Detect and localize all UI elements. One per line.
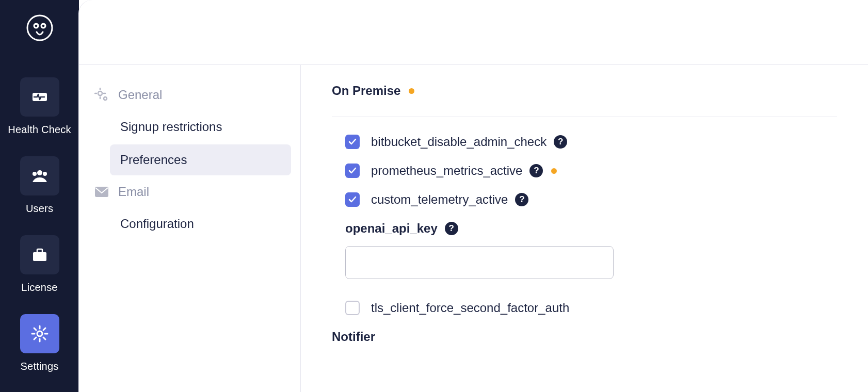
subnav-link-signup[interactable]: Signup restrictions <box>110 111 291 142</box>
svg-point-6 <box>37 170 42 175</box>
help-icon[interactable]: ? <box>515 193 528 206</box>
health-icon <box>20 77 59 117</box>
svg-point-4 <box>42 25 44 27</box>
svg-line-19 <box>43 328 45 330</box>
check-icon <box>348 137 357 146</box>
subnav-link-label: Preferences <box>120 153 187 167</box>
section-onpremise-header: On Premise <box>332 84 837 117</box>
svg-rect-10 <box>37 249 42 253</box>
topbar <box>79 0 868 65</box>
settings-subnav: General Signup restrictions Preferences … <box>79 65 301 392</box>
field-label-text: openai_api_key <box>345 221 438 236</box>
field-label-openai: openai_api_key ? <box>345 221 868 236</box>
svg-line-16 <box>34 328 36 330</box>
subnav-link-label: Signup restrictions <box>120 120 222 134</box>
checkbox-telemetry[interactable] <box>345 192 360 207</box>
checkbox-row-prometheus: prometheus_metrics_active ? <box>345 164 868 178</box>
checkbox-row-bitbucket: bitbucket_disable_admin_check ? <box>345 135 868 149</box>
svg-rect-9 <box>33 252 46 261</box>
svg-rect-26 <box>95 187 108 197</box>
svg-point-3 <box>35 25 37 27</box>
svg-point-7 <box>33 172 37 176</box>
briefcase-icon <box>20 235 59 274</box>
mail-icon <box>94 186 109 198</box>
check-icon <box>348 195 357 204</box>
section-title: Notifier <box>332 330 375 344</box>
section-title: On Premise <box>332 84 400 98</box>
content: General Signup restrictions Preferences … <box>79 65 868 392</box>
gear-small-icon <box>94 88 109 102</box>
checkbox-label: prometheus_metrics_active <box>371 164 522 178</box>
svg-point-0 <box>27 15 52 40</box>
subnav-section-email: Email <box>79 177 300 206</box>
subnav-section-general: General <box>79 80 300 109</box>
svg-point-20 <box>98 91 102 95</box>
users-icon <box>20 156 59 195</box>
subnav-link-preferences[interactable]: Preferences <box>110 144 291 175</box>
nav-item-settings[interactable]: Settings <box>20 314 59 372</box>
svg-point-11 <box>37 331 42 336</box>
subnav-section-label: Email <box>118 185 149 199</box>
checkbox-label: bitbucket_disable_admin_check <box>371 135 546 149</box>
gear-icon <box>20 314 59 353</box>
nav-item-label: Users <box>26 203 53 215</box>
subnav-link-configuration[interactable]: Configuration <box>110 208 291 239</box>
nav-item-health[interactable]: Health Check <box>8 77 71 136</box>
checkbox-tls[interactable] <box>345 301 360 315</box>
svg-point-25 <box>104 97 107 100</box>
modified-dot-icon <box>551 168 557 174</box>
main-area: General Signup restrictions Preferences … <box>79 0 868 392</box>
nav-item-users[interactable]: Users <box>20 156 59 215</box>
help-icon[interactable]: ? <box>554 135 567 149</box>
nav-item-label: Settings <box>21 361 59 372</box>
checkbox-prometheus[interactable] <box>345 164 360 178</box>
help-icon[interactable]: ? <box>529 164 543 177</box>
check-icon <box>348 166 357 175</box>
subnav-link-label: Configuration <box>120 217 194 231</box>
nav-item-label: License <box>21 282 57 293</box>
checkbox-label: custom_telemetry_active <box>371 192 508 207</box>
nav-rail: Health Check Users License Settings <box>0 0 79 392</box>
modified-dot-icon <box>409 88 414 94</box>
onpremise-fields: bitbucket_disable_admin_check ? promethe… <box>332 117 868 315</box>
section-notifier-header: Notifier <box>332 330 837 344</box>
help-icon[interactable]: ? <box>445 222 458 235</box>
svg-line-18 <box>34 337 36 339</box>
checkbox-bitbucket[interactable] <box>345 135 360 149</box>
checkbox-label: tls_client_force_second_factor_auth <box>371 301 569 315</box>
owl-logo-icon <box>26 14 53 41</box>
nav-item-label: Health Check <box>8 124 71 136</box>
openai-api-key-input[interactable] <box>345 246 614 279</box>
subnav-section-label: General <box>118 88 162 102</box>
svg-line-17 <box>43 337 45 339</box>
checkbox-row-telemetry: custom_telemetry_active ? <box>345 192 868 207</box>
preferences-pane: On Premise bitbucket_disable_admin_check… <box>301 65 868 392</box>
svg-point-8 <box>43 172 47 176</box>
nav-item-license[interactable]: License <box>20 235 59 293</box>
checkbox-row-tls: tls_client_force_second_factor_auth <box>345 301 868 315</box>
owl-logo <box>26 14 53 41</box>
